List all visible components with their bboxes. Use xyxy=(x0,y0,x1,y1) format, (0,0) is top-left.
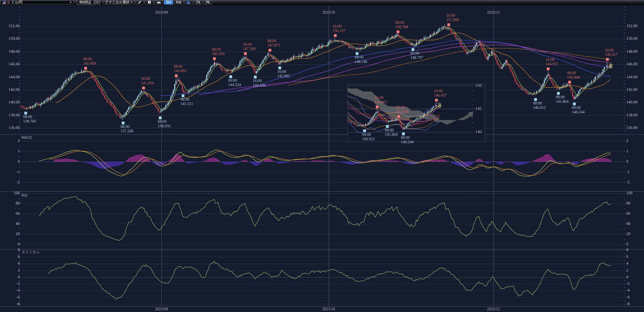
annotation-time: 16:00 xyxy=(446,13,459,18)
rsi-tick-label-right: 80 xyxy=(626,201,637,206)
annotation-time: 08:00 xyxy=(121,125,133,129)
extremum-marker-low xyxy=(573,102,576,105)
annotation-price: 144.534 xyxy=(228,83,241,87)
annotation-price: 150.157 xyxy=(333,29,345,33)
momentum-tick-label-left: 2 xyxy=(10,268,20,273)
momentum-tick-label-right: -6 xyxy=(626,295,637,299)
annotation-price: 140.912 xyxy=(362,137,375,141)
zoom-out-button[interactable] xyxy=(194,0,203,4)
annotation-time: 08:00 xyxy=(533,101,546,105)
annotation-price: 147.875 xyxy=(267,43,280,48)
annotation-price: 151.908 xyxy=(446,18,459,22)
annotation-time: 08:00 xyxy=(355,55,367,60)
macd-tick-label-right: -1 xyxy=(626,170,637,174)
price-annotation-high: 08:00143.893 xyxy=(174,64,186,73)
currency-pair-select[interactable]: ドル/円 ▼ xyxy=(0,0,74,4)
price-annotation-high: 16:00146.417 xyxy=(605,48,617,57)
timeframe-label: 8時間足 xyxy=(79,0,92,5)
inset-price-tick-label: 145. xyxy=(475,106,485,111)
ask-button[interactable]: Ask xyxy=(174,0,184,4)
mountain-chart-icon xyxy=(157,0,161,4)
annotation-time: 16:00 xyxy=(333,24,345,29)
annotation-time: 16:00 xyxy=(141,77,154,81)
annotation-time: 08:00 xyxy=(212,47,224,52)
chart-canvas[interactable] xyxy=(0,0,644,312)
timeframe-dropdown-button[interactable]: ▼ xyxy=(94,0,100,4)
annotation-time: 08:00 xyxy=(385,128,397,132)
bid-button[interactable]: Bid xyxy=(164,0,173,4)
price-annotation-low: 00:00148.797 xyxy=(410,51,423,60)
momentum-tick-label-left: -2 xyxy=(10,281,20,286)
trading-app-window: ドル/円 ▼ 8時間足 ▼ テクニカル選択 ▼ Bid Ask xyxy=(0,0,644,312)
price-annotation-low: 08:00137.240 xyxy=(121,125,133,133)
pencil-icon xyxy=(138,0,142,5)
price-annotation-high: 16:00146.417 xyxy=(434,89,446,98)
rsi-tick-label-left: 20 xyxy=(10,232,20,236)
rsi-tick-label-right: 0 xyxy=(626,242,637,246)
macd-tick-label-left: -1 xyxy=(10,170,20,174)
extremum-marker-low xyxy=(363,129,366,132)
chevron-down-icon: ▼ xyxy=(69,1,72,4)
macd-tick-label-left: 1 xyxy=(10,149,20,153)
extremum-marker-high xyxy=(606,58,609,61)
momentum-tick-label-left: -8 xyxy=(10,302,20,306)
price-annotation-low: 00:00140.244 xyxy=(401,135,413,144)
annotation-time: 16:00 xyxy=(253,79,265,83)
chart-style-button[interactable] xyxy=(155,0,163,4)
extremum-marker-low xyxy=(159,116,162,119)
extremum-marker-low xyxy=(254,76,257,79)
extremum-marker-low xyxy=(402,132,405,135)
momentum-tick-label-right: -2 xyxy=(626,281,637,286)
us-flag-icon xyxy=(2,1,6,4)
annotation-price: 137.240 xyxy=(121,129,133,133)
extremum-marker-high xyxy=(568,81,571,84)
price-tick-label-left: 142.00 xyxy=(5,87,20,92)
annotation-price: 140.244 xyxy=(572,110,584,114)
extremum-marker-high xyxy=(547,67,550,70)
volume-histogram-button[interactable] xyxy=(184,0,193,4)
inset-price-tick-label: 150. xyxy=(475,83,485,88)
annotation-price: 146.417 xyxy=(434,93,446,98)
info-icon xyxy=(147,0,151,5)
annotation-time: 00:00 xyxy=(401,135,413,140)
rsi-tick-label-left: 80 xyxy=(10,201,20,206)
extremum-marker-low xyxy=(411,48,414,51)
price-annotation-high: 16:00150.157 xyxy=(333,24,345,33)
price-annotation-high: 16:00151.908 xyxy=(446,13,459,22)
momentum-tick-label-right: 2 xyxy=(626,268,637,273)
price-tick-label-right: 152.00 xyxy=(626,24,642,28)
price-tick-label-left: 150.00 xyxy=(5,36,20,41)
annotation-price: 141.954 xyxy=(141,81,154,85)
annotation-price: 142.848 xyxy=(567,75,580,80)
momentum-tick-label-left: 0 xyxy=(10,275,20,279)
rsi-tick-label-left: 100 xyxy=(10,191,20,195)
macd-tick-label-left: 2 xyxy=(10,138,20,143)
momentum-tick-label-left: -4 xyxy=(10,288,20,293)
price-tick-label-right: 150.00 xyxy=(626,36,642,41)
price-annotation-high: 08:00146.554 xyxy=(212,47,224,56)
annotation-time: 08:00 xyxy=(158,119,170,124)
draw-pencil-button[interactable] xyxy=(136,0,144,4)
price-annotation-low: 08:00148.146 xyxy=(355,55,367,64)
annotation-price: 148.146 xyxy=(355,60,367,64)
zoom-in-button[interactable] xyxy=(203,0,212,4)
extremum-marker-low xyxy=(182,94,185,97)
timeframe-display[interactable]: 8時間足 xyxy=(77,0,94,5)
extremum-marker-high xyxy=(396,30,399,33)
price-annotation-high: 08:00150.784 xyxy=(395,20,408,29)
momentum-tick-label-left: -6 xyxy=(10,295,20,299)
toolbar: ドル/円 ▼ 8時間足 ▼ テクニカル選択 ▼ Bid Ask xyxy=(0,0,644,5)
rsi-tick-label-left: 60 xyxy=(10,211,20,216)
inset-price-tick-label: 140. xyxy=(475,130,485,134)
annotation-price: 146.417 xyxy=(605,52,617,57)
info-button[interactable] xyxy=(145,0,154,4)
technical-select-button[interactable]: テクニカル選択 ▼ xyxy=(103,0,135,4)
extremum-marker-high xyxy=(84,67,87,70)
momentum-tick-label-right: -4 xyxy=(626,288,637,293)
rsi-tick-label-right: 40 xyxy=(626,221,637,226)
momentum-tick-label-right: 4 xyxy=(626,261,637,266)
price-annotation-high: 16:00144.957 xyxy=(546,58,558,66)
technical-select-label: テクニカル選択 xyxy=(105,1,129,4)
price-tick-label-left: 144.00 xyxy=(5,75,20,79)
price-tick-label-right: 140.00 xyxy=(626,100,642,104)
